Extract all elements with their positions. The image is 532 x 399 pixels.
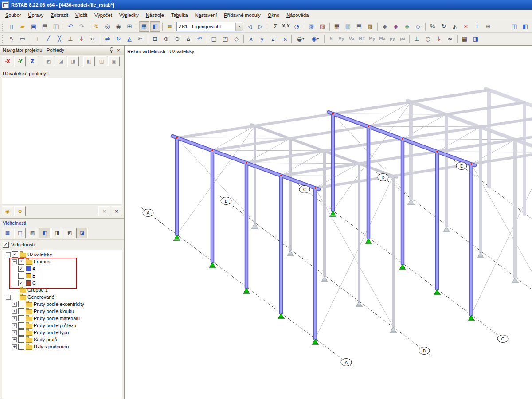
tree-item-uzivatelsky[interactable]: −✓Uživatelsky	[2, 251, 122, 258]
print[interactable]: ▤	[39, 21, 50, 32]
menu-soubor[interactable]: Soubor	[2, 11, 24, 19]
tree-item-uzly-s-podporou[interactable]: +✓Uzly s podporou	[2, 343, 122, 350]
chevron-down-icon[interactable]: ▾	[235, 23, 243, 31]
info[interactable]: i	[472, 21, 482, 32]
expand-icon[interactable]: +	[12, 323, 17, 328]
save-user-view[interactable]: ⊕	[14, 206, 26, 216]
new-bracing[interactable]: ╳	[54, 34, 65, 44]
result-py[interactable]: py	[387, 34, 397, 44]
loadcase-combo[interactable]: ZS1 - Eigengewicht▾	[176, 22, 243, 31]
vis-filter-nodes[interactable]: ◨	[51, 228, 63, 238]
tree-item-generovane[interactable]: −✓Generované	[2, 293, 122, 301]
regenerate-model[interactable]: ↯	[91, 21, 102, 32]
tree-item-c[interactable]: ✓C	[2, 279, 122, 286]
decimal-places[interactable]: X,X	[281, 21, 291, 32]
vis-all[interactable]: ▦	[2, 228, 13, 238]
visibility-checkbox[interactable]: ✓	[3, 242, 9, 248]
menu-nastroje[interactable]: Nástroje	[142, 11, 168, 19]
printout-report[interactable]: ▧	[306, 21, 317, 32]
result-n[interactable]: N	[326, 34, 336, 44]
tree-item-pruty-podle-materialu[interactable]: +✓Pruty podle materiálu	[2, 315, 122, 322]
copy-picture[interactable]: ◫	[51, 21, 61, 32]
menu-okno[interactable]: Okno	[264, 11, 283, 19]
view-iso-4[interactable]: ◧	[83, 56, 95, 66]
checkbox[interactable]: ✓	[18, 336, 24, 343]
module-concrete[interactable]: ◆	[391, 21, 401, 32]
checkbox[interactable]: ✓	[12, 294, 18, 300]
trim-entities[interactable]: ✂	[135, 34, 146, 44]
tree-item-pruty-podle-typu[interactable]: +✓Pruty podle typu	[2, 329, 122, 336]
menu-pridavne-moduly[interactable]: Přídavné moduly	[220, 11, 264, 19]
redo[interactable]: ↷	[76, 21, 87, 32]
checkbox[interactable]: ✓	[18, 258, 24, 265]
vis-user-defined[interactable]: ◪	[76, 228, 88, 238]
collapse-icon[interactable]: −	[6, 295, 11, 300]
tree-item-pruty-podle-excentricity[interactable]: +✓Pruty podle excentricity	[2, 301, 122, 308]
checkbox[interactable]: ✓	[18, 344, 24, 350]
module-connections[interactable]: ◇	[413, 21, 423, 32]
checkbox[interactable]: ✓	[18, 266, 24, 272]
view-iso-1[interactable]: ◩	[43, 56, 54, 66]
module-steel[interactable]: ◆	[379, 21, 390, 32]
undo[interactable]: ↶	[65, 21, 76, 32]
work-plane-minus-x[interactable]: -x̄	[279, 34, 289, 44]
mirror-tool[interactable]: ◭	[450, 21, 460, 32]
view-minus-x[interactable]: -X	[2, 56, 13, 66]
module-dynamics[interactable]: ◈	[402, 21, 412, 32]
new-file[interactable]: ▯	[6, 21, 17, 32]
expand-icon[interactable]: +	[12, 337, 17, 342]
display-factors[interactable]: ◒▾	[293, 34, 308, 44]
result-mz[interactable]: Mz	[377, 34, 387, 44]
clipping-box[interactable]: □	[209, 34, 219, 44]
expand-icon[interactable]: +	[12, 316, 17, 321]
mirror-entities[interactable]: ◭	[124, 34, 135, 44]
save-file[interactable]: ▣	[28, 21, 39, 32]
expand-icon[interactable]: +	[12, 330, 17, 335]
zoom-in[interactable]: ⊕	[161, 34, 172, 44]
table-members[interactable]: ▦	[332, 21, 342, 32]
checkbox[interactable]: ✓	[18, 308, 24, 314]
tree-item-frames[interactable]: −✓Frames	[2, 258, 122, 265]
section-plane[interactable]: ◰	[220, 34, 231, 44]
zoom-mode[interactable]: ◎	[102, 21, 113, 32]
vis-filter-members[interactable]: ◧	[39, 228, 51, 238]
calculate-all[interactable]: Σ	[270, 21, 281, 32]
new-dimension[interactable]: ↔	[87, 34, 98, 44]
rename-view[interactable]: ×	[98, 206, 110, 216]
previous-view[interactable]: ↶	[194, 34, 205, 44]
toolbar-grip[interactable]	[2, 23, 4, 31]
supports[interactable]	[173, 199, 532, 344]
vis-invert[interactable]: ◫	[14, 228, 26, 238]
work-plane-x[interactable]: x̄	[246, 34, 256, 44]
zoom-all[interactable]: ⌂	[183, 34, 194, 44]
bracing-members[interactable]	[177, 102, 532, 339]
panel-toggle[interactable]: ◨	[470, 34, 481, 44]
menu-vypocet[interactable]: Výpočet	[91, 11, 116, 19]
toolbar-grip[interactable]	[2, 35, 4, 43]
vis-none[interactable]: ▨	[27, 228, 38, 238]
result-mt[interactable]: MT	[357, 34, 367, 44]
loads-display[interactable]: ↓	[434, 34, 444, 44]
menu-vlozit[interactable]: Vložit	[72, 11, 91, 19]
select-mode[interactable]: ◉	[113, 21, 124, 32]
expand-icon[interactable]: +	[12, 309, 17, 314]
loadcase-list-icon[interactable]: ≡	[164, 21, 175, 32]
vis-partial[interactable]: ◩	[64, 228, 75, 238]
new-load[interactable]: ↓	[76, 34, 87, 44]
collapse-icon[interactable]: −	[12, 259, 17, 264]
new-window[interactable]: ◫	[509, 21, 520, 32]
rotate-tool[interactable]: ↻	[438, 21, 449, 32]
view-iso-2[interactable]: ◪	[55, 56, 66, 66]
tree-item-pruty-podle-prurezu[interactable]: +✓Pruty podle průřezu	[2, 322, 122, 329]
result-vz[interactable]: Vz	[347, 34, 356, 44]
menu-upravy[interactable]: Úpravy	[24, 11, 47, 19]
model-check[interactable]: ▦	[459, 34, 470, 44]
checkbox[interactable]: ✓	[18, 273, 24, 279]
new-member[interactable]: ╱	[43, 34, 54, 44]
close-icon[interactable]: ×	[115, 47, 122, 54]
tree-item-sady-prutu[interactable]: +✓Sady prutů	[2, 336, 122, 343]
pin-icon[interactable]	[108, 47, 115, 54]
result-pz[interactable]: pz	[398, 34, 407, 44]
delete-view[interactable]: ×	[111, 206, 122, 216]
checkbox[interactable]: ✓	[18, 322, 24, 329]
